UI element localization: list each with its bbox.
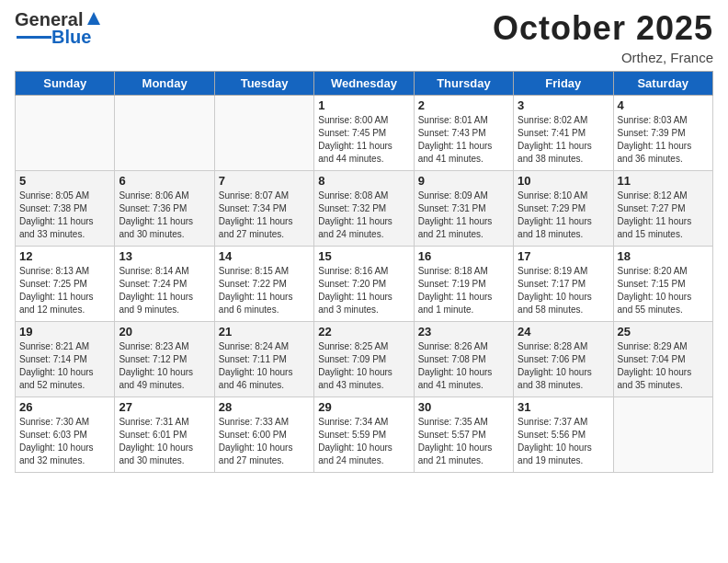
day-info: Sunrise: 8:03 AMSunset: 7:39 PMDaylight:…	[618, 114, 709, 166]
calendar-week-row: 19Sunrise: 8:21 AMSunset: 7:14 PMDayligh…	[16, 322, 713, 397]
day-info: Sunrise: 8:06 AMSunset: 7:36 PMDaylight:…	[119, 190, 210, 241]
day-info: Sunrise: 8:08 AMSunset: 7:32 PMDaylight:…	[318, 190, 409, 241]
table-row: 21Sunrise: 8:24 AMSunset: 7:11 PMDayligh…	[214, 322, 313, 397]
table-row: 1Sunrise: 8:00 AMSunset: 7:45 PMDaylight…	[314, 96, 414, 171]
table-row: 19Sunrise: 8:21 AMSunset: 7:14 PMDayligh…	[16, 322, 115, 397]
day-number: 9	[418, 174, 509, 188]
table-row: 29Sunrise: 7:34 AMSunset: 5:59 PMDayligh…	[314, 397, 414, 473]
day-number: 14	[219, 249, 310, 263]
table-row: 15Sunrise: 8:16 AMSunset: 7:20 PMDayligh…	[314, 247, 414, 322]
table-row: 3Sunrise: 8:02 AMSunset: 7:41 PMDaylight…	[514, 96, 613, 171]
day-number: 11	[618, 174, 709, 188]
svg-marker-0	[87, 12, 100, 25]
table-row: 24Sunrise: 8:28 AMSunset: 7:06 PMDayligh…	[514, 322, 613, 397]
table-row: 25Sunrise: 8:29 AMSunset: 7:04 PMDayligh…	[613, 322, 712, 397]
day-number: 8	[318, 174, 409, 188]
table-row: 2Sunrise: 8:01 AMSunset: 7:43 PMDaylight…	[414, 96, 513, 171]
table-row: 12Sunrise: 8:13 AMSunset: 7:25 PMDayligh…	[16, 247, 115, 322]
table-row: 26Sunrise: 7:30 AMSunset: 6:03 PMDayligh…	[16, 397, 115, 473]
day-number: 21	[219, 325, 310, 339]
day-info: Sunrise: 8:10 AMSunset: 7:29 PMDaylight:…	[518, 190, 609, 241]
day-number: 3	[518, 98, 609, 112]
table-row: 28Sunrise: 7:33 AMSunset: 6:00 PMDayligh…	[214, 397, 313, 473]
day-info: Sunrise: 8:09 AMSunset: 7:31 PMDaylight:…	[418, 190, 509, 241]
col-monday: Monday	[115, 72, 214, 96]
day-number: 7	[219, 174, 310, 188]
table-row: 23Sunrise: 8:26 AMSunset: 7:08 PMDayligh…	[414, 322, 513, 397]
day-info: Sunrise: 8:21 AMSunset: 7:14 PMDaylight:…	[19, 340, 110, 392]
day-number: 29	[318, 400, 409, 414]
day-info: Sunrise: 8:16 AMSunset: 7:20 PMDaylight:…	[318, 265, 409, 316]
table-row: 7Sunrise: 8:07 AMSunset: 7:34 PMDaylight…	[214, 171, 313, 247]
day-info: Sunrise: 8:26 AMSunset: 7:08 PMDaylight:…	[418, 340, 509, 392]
table-row: 8Sunrise: 8:08 AMSunset: 7:32 PMDaylight…	[314, 171, 414, 247]
table-row: 22Sunrise: 8:25 AMSunset: 7:09 PMDayligh…	[314, 322, 414, 397]
day-info: Sunrise: 8:05 AMSunset: 7:38 PMDaylight:…	[19, 190, 110, 241]
day-number: 1	[318, 98, 409, 112]
day-number: 5	[19, 174, 110, 188]
calendar-week-row: 26Sunrise: 7:30 AMSunset: 6:03 PMDayligh…	[16, 397, 713, 473]
logo-underline	[17, 36, 51, 39]
calendar-location: Orthez, France	[493, 50, 713, 65]
table-row: 31Sunrise: 7:37 AMSunset: 5:56 PMDayligh…	[514, 397, 613, 473]
day-info: Sunrise: 8:07 AMSunset: 7:34 PMDaylight:…	[219, 190, 310, 241]
day-info: Sunrise: 8:13 AMSunset: 7:25 PMDaylight:…	[19, 265, 110, 316]
day-number: 23	[418, 325, 509, 339]
calendar-title: October 2025	[493, 9, 713, 48]
table-row: 18Sunrise: 8:20 AMSunset: 7:15 PMDayligh…	[613, 247, 712, 322]
day-info: Sunrise: 8:15 AMSunset: 7:22 PMDaylight:…	[219, 265, 310, 316]
day-number: 2	[418, 98, 509, 112]
col-sunday: Sunday	[16, 72, 115, 96]
day-number: 4	[618, 98, 709, 112]
day-info: Sunrise: 8:14 AMSunset: 7:24 PMDaylight:…	[119, 265, 210, 316]
day-number: 6	[119, 174, 210, 188]
table-row: 20Sunrise: 8:23 AMSunset: 7:12 PMDayligh…	[115, 322, 214, 397]
day-number: 26	[19, 400, 110, 414]
table-row: 10Sunrise: 8:10 AMSunset: 7:29 PMDayligh…	[514, 171, 613, 247]
day-number: 30	[418, 400, 509, 414]
day-number: 25	[618, 325, 709, 339]
col-saturday: Saturday	[613, 72, 712, 96]
day-number: 28	[219, 400, 310, 414]
table-row: 27Sunrise: 7:31 AMSunset: 6:01 PMDayligh…	[115, 397, 214, 473]
day-info: Sunrise: 8:24 AMSunset: 7:11 PMDaylight:…	[219, 340, 310, 392]
calendar-header-row: Sunday Monday Tuesday Wednesday Thursday…	[16, 72, 713, 96]
table-row	[16, 96, 115, 171]
table-row: 14Sunrise: 8:15 AMSunset: 7:22 PMDayligh…	[214, 247, 313, 322]
table-row: 16Sunrise: 8:18 AMSunset: 7:19 PMDayligh…	[414, 247, 513, 322]
day-info: Sunrise: 8:12 AMSunset: 7:27 PMDaylight:…	[618, 190, 709, 241]
day-number: 15	[318, 249, 409, 263]
day-number: 24	[518, 325, 609, 339]
table-row: 11Sunrise: 8:12 AMSunset: 7:27 PMDayligh…	[613, 171, 712, 247]
col-wednesday: Wednesday	[314, 72, 414, 96]
day-number: 17	[518, 249, 609, 263]
title-block: October 2025 Orthez, France	[493, 9, 713, 65]
calendar-table: Sunday Monday Tuesday Wednesday Thursday…	[15, 71, 713, 473]
day-number: 20	[119, 325, 210, 339]
calendar-week-row: 12Sunrise: 8:13 AMSunset: 7:25 PMDayligh…	[16, 247, 713, 322]
day-info: Sunrise: 8:01 AMSunset: 7:43 PMDaylight:…	[418, 114, 509, 166]
day-info: Sunrise: 8:25 AMSunset: 7:09 PMDaylight:…	[318, 340, 409, 392]
day-info: Sunrise: 8:23 AMSunset: 7:12 PMDaylight:…	[119, 340, 210, 392]
day-info: Sunrise: 8:28 AMSunset: 7:06 PMDaylight:…	[518, 340, 609, 392]
day-info: Sunrise: 7:37 AMSunset: 5:56 PMDaylight:…	[518, 416, 609, 467]
day-info: Sunrise: 7:34 AMSunset: 5:59 PMDaylight:…	[318, 416, 409, 467]
page: General Blue October 2025 Orthez, France…	[0, 0, 728, 563]
day-number: 18	[618, 249, 709, 263]
logo-blue: Blue	[51, 27, 91, 48]
table-row: 6Sunrise: 8:06 AMSunset: 7:36 PMDaylight…	[115, 171, 214, 247]
day-number: 31	[518, 400, 609, 414]
day-info: Sunrise: 8:18 AMSunset: 7:19 PMDaylight:…	[418, 265, 509, 316]
table-row: 13Sunrise: 8:14 AMSunset: 7:24 PMDayligh…	[115, 247, 214, 322]
day-number: 16	[418, 249, 509, 263]
logo: General Blue	[15, 9, 104, 48]
calendar-week-row: 5Sunrise: 8:05 AMSunset: 7:38 PMDaylight…	[16, 171, 713, 247]
table-row: 5Sunrise: 8:05 AMSunset: 7:38 PMDaylight…	[16, 171, 115, 247]
day-info: Sunrise: 7:30 AMSunset: 6:03 PMDaylight:…	[19, 416, 110, 467]
table-row	[115, 96, 214, 171]
col-tuesday: Tuesday	[214, 72, 313, 96]
calendar-week-row: 1Sunrise: 8:00 AMSunset: 7:45 PMDaylight…	[16, 96, 713, 171]
day-info: Sunrise: 8:20 AMSunset: 7:15 PMDaylight:…	[618, 265, 709, 316]
day-info: Sunrise: 7:31 AMSunset: 6:01 PMDaylight:…	[119, 416, 210, 467]
day-info: Sunrise: 7:35 AMSunset: 5:57 PMDaylight:…	[418, 416, 509, 467]
